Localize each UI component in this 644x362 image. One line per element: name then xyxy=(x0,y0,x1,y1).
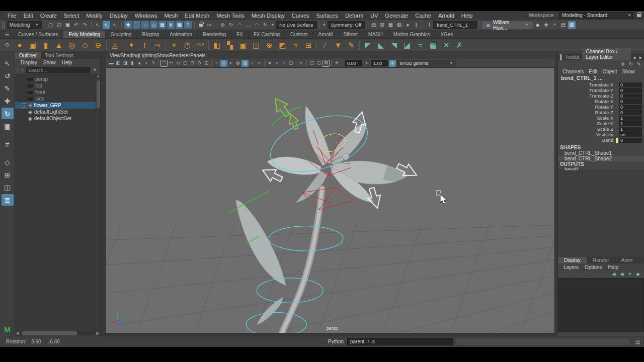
shape-item-bend-ctrl-shape2[interactable]: bend_CTRL_Shape2 xyxy=(558,156,644,161)
snap-grid-icon[interactable]: ✚ xyxy=(124,21,132,29)
panel-next-icon[interactable]: ▶ xyxy=(638,55,643,60)
menu-show[interactable]: Show xyxy=(41,60,58,65)
super-shape-icon[interactable]: ✦ xyxy=(125,40,137,51)
outliner-item-defaultlightset[interactable]: ◉defaultLightSet xyxy=(15,109,100,115)
select-hierarchy-icon[interactable]: ↖ xyxy=(94,21,102,29)
tab-display[interactable]: Display xyxy=(558,257,587,263)
delete-history-icon[interactable]: ✗ xyxy=(453,40,465,51)
vertical-scrollbar[interactable]: ▲ xyxy=(96,74,100,330)
default-material-icon[interactable]: ○ xyxy=(213,60,220,67)
workspace-lock-icon[interactable] xyxy=(637,14,641,17)
ssao-icon[interactable]: ● xyxy=(266,60,273,67)
channel-row-scale-y[interactable]: Scale Y1 xyxy=(558,121,642,126)
scrollbar-thumb[interactable] xyxy=(22,331,77,335)
layout-four-pane-icon[interactable]: ⊞ xyxy=(2,169,14,180)
grease-pencil-icon[interactable]: ✎ xyxy=(150,60,157,67)
channel-row-bend[interactable]: Bend0 xyxy=(558,137,642,143)
channel-value[interactable]: 0 xyxy=(619,110,642,115)
extract-icon[interactable]: ◩ xyxy=(276,40,288,51)
channel-row-visibility[interactable]: Visibilityon xyxy=(558,132,642,137)
modeling-toolkit-tool-icon[interactable]: # xyxy=(2,138,14,150)
scrollbar-thumb[interactable] xyxy=(97,80,100,108)
tab-rigging[interactable]: Rigging xyxy=(137,31,165,38)
platonic-solid-icon[interactable]: ◬ xyxy=(109,40,121,51)
poly-torus-icon[interactable]: ◎ xyxy=(66,40,78,51)
shadows-icon[interactable]: ◗ xyxy=(256,60,263,67)
tab-sculpting[interactable]: Sculpting xyxy=(106,31,137,38)
wireframe-icon[interactable]: □ xyxy=(160,60,168,67)
tab-curves-surfaces[interactable]: Curves / Surfaces xyxy=(13,31,63,38)
joint-tool-icon[interactable]: ⌖ xyxy=(168,40,180,51)
curve-snap-a-icon[interactable]: ◠ xyxy=(236,21,244,29)
tab-render[interactable]: Render xyxy=(587,257,615,263)
tab-channel-box[interactable]: Channel Box / Layer Editor xyxy=(582,48,631,60)
channel-row-translate-y[interactable]: Translate Y0 xyxy=(558,87,642,93)
image-plane-icon[interactable]: ▲ xyxy=(136,60,143,67)
menu-uv[interactable]: UV xyxy=(367,13,381,19)
menu-modify[interactable]: Modify xyxy=(83,13,106,19)
rotate-tool-icon[interactable]: ↻ xyxy=(2,108,14,119)
svg-tool-icon[interactable]: svg xyxy=(151,40,164,51)
command-result-field[interactable] xyxy=(456,338,631,345)
multi-cut-icon[interactable]: ∕ xyxy=(319,40,331,51)
tab-rendering[interactable]: Rendering xyxy=(198,31,231,38)
menu-file[interactable]: File xyxy=(4,13,20,19)
target-weld-icon[interactable]: ▼ xyxy=(332,40,344,51)
command-language-toggle[interactable]: Python xyxy=(328,339,344,344)
tab-anim[interactable]: Anim xyxy=(615,257,639,263)
tab-poly-modeling[interactable]: Poly Modeling xyxy=(63,31,106,38)
flat-shade-icon[interactable]: ▢ xyxy=(182,60,189,67)
symmetrize-icon[interactable]: ✕ xyxy=(440,40,452,51)
layer-list-empty[interactable] xyxy=(558,278,644,332)
outliner-item-front[interactable]: front xyxy=(15,89,100,96)
absolute-relative-toggle-icon[interactable]: I xyxy=(426,21,433,29)
channel-value[interactable]: 1 xyxy=(619,121,642,126)
outliner-item-defaultobjectset[interactable]: ◉defaultObjectSet xyxy=(15,115,100,122)
display-render-view-icon[interactable]: ● xyxy=(404,21,412,29)
type-tool-icon[interactable]: T xyxy=(138,40,150,51)
bookmark-icon[interactable]: ▮ xyxy=(129,60,136,67)
menu-edit[interactable]: Edit xyxy=(586,69,600,74)
live-surface-toggle-icon[interactable]: ↻ xyxy=(227,21,235,29)
snap-point-icon[interactable]: ∴ xyxy=(141,21,149,29)
colorspace-dropdown[interactable]: sRGB gamma ▼ xyxy=(397,60,456,66)
menu-arnold[interactable]: Arnold xyxy=(435,13,458,19)
menu-display[interactable]: Display xyxy=(106,13,131,19)
depth-of-field-icon[interactable]: ▢ xyxy=(287,60,294,67)
curve-snap-c-icon[interactable]: ◠ xyxy=(253,21,261,29)
render-current-frame-icon[interactable]: ▤ xyxy=(370,21,377,29)
modeling-toolkit-toggle-icon[interactable]: ◆ xyxy=(534,21,541,29)
layout-two-pane-icon[interactable]: ◫ xyxy=(2,182,14,193)
poly-plane-icon[interactable]: ◇ xyxy=(79,40,91,51)
tab-tool-settings[interactable]: Tool Settings xyxy=(41,52,77,59)
panel-prev-icon[interactable]: ◀ xyxy=(631,55,637,60)
scroll-up-icon[interactable]: ▲ xyxy=(96,74,100,77)
render-sequence-icon[interactable]: ▦ xyxy=(387,21,394,29)
sculpt-icon[interactable]: ◥ xyxy=(388,40,400,51)
selection-input[interactable]: bend_CTRL_1 xyxy=(433,21,477,29)
menu-select[interactable]: Select xyxy=(60,13,83,19)
zero-pivot-icon[interactable]: 0,0,0 xyxy=(194,40,206,51)
menu-channels[interactable]: Channels xyxy=(560,69,586,74)
separate-icon[interactable]: ◫ xyxy=(250,40,262,51)
chevron-down-icon[interactable]: ▼ xyxy=(323,23,327,27)
move-tool-icon[interactable]: ✚ xyxy=(2,95,14,107)
channel-row-translate-z[interactable]: Translate Z0 xyxy=(558,93,642,99)
poly-cone-icon[interactable]: ▲ xyxy=(53,40,65,51)
transfer-attrs-icon[interactable]: ▦ xyxy=(427,40,439,51)
snap-curve-icon[interactable]: ⌒ xyxy=(133,21,140,29)
pause-viewport-icon[interactable]: ‖ xyxy=(413,21,420,29)
lattice-icon[interactable]: ⊞ xyxy=(302,40,314,51)
tab-modeling-toolkit[interactable]: ▌Toolkit xyxy=(558,54,582,60)
menu-layers[interactable]: Layers xyxy=(561,264,581,270)
outliner-tree[interactable]: persptopfrontside+✚flower_GRP◉defaultLig… xyxy=(15,74,100,330)
tab-animation[interactable]: Animation xyxy=(165,31,197,38)
outliner-item-top[interactable]: top xyxy=(15,82,100,89)
tab-custom[interactable]: Custom xyxy=(285,31,313,38)
scale-tool-icon[interactable]: ▣ xyxy=(2,120,14,132)
snap-projected-center-icon[interactable]: ◇ xyxy=(150,21,157,29)
command-input[interactable]: parent -r -s xyxy=(347,338,453,345)
gear-icon[interactable]: ⚙ xyxy=(1,42,13,48)
relax-icon[interactable]: ◣ xyxy=(375,40,387,51)
menu-set-selector[interactable]: Modeling ▼ xyxy=(7,21,42,29)
